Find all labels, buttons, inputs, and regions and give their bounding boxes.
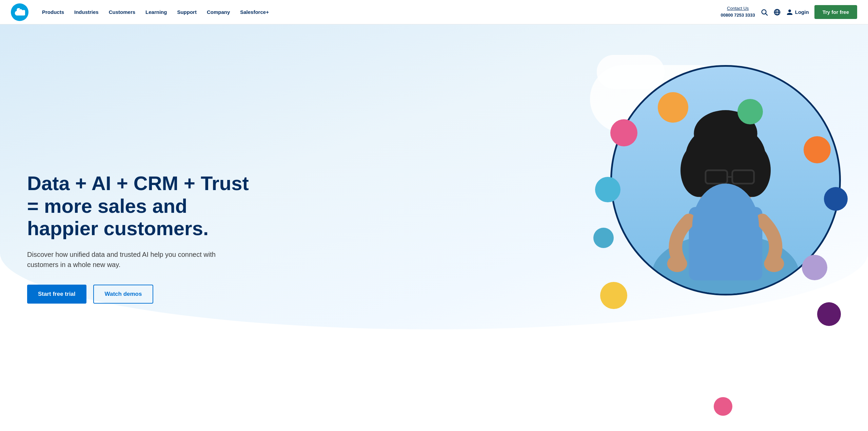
contact-phone: 00800 7253 3333 <box>721 13 755 18</box>
nav-company[interactable]: Company <box>203 7 234 17</box>
start-free-trial-button[interactable]: Start free trial <box>27 285 86 304</box>
nav-contact: Contact Us 00800 7253 3333 <box>721 6 755 19</box>
contact-us-link[interactable]: Contact Us <box>721 6 755 12</box>
search-icon[interactable] <box>761 8 768 16</box>
login-button[interactable]: Login <box>786 9 809 16</box>
nav-learning[interactable]: Learning <box>141 7 171 17</box>
globe-icon[interactable] <box>773 8 781 16</box>
hero-headline: Data + AI + CRM + Trust = more sales and… <box>27 172 258 240</box>
nav-links: Products Industries Customers Learning S… <box>38 7 721 17</box>
nav-products[interactable]: Products <box>38 7 68 17</box>
nav-customers[interactable]: Customers <box>105 7 139 17</box>
nav-salesforceplus[interactable]: Salesforce+ <box>236 7 273 17</box>
hero-subtext: Discover how unified data and trusted AI… <box>27 249 217 270</box>
nav-right: Contact Us 00800 7253 3333 Login Try for… <box>721 5 857 19</box>
watch-demos-button[interactable]: Watch demos <box>93 285 154 304</box>
nav-support[interactable]: Support <box>173 7 201 17</box>
hero-content: Data + AI + CRM + Trust = more sales and… <box>0 24 868 431</box>
hero-buttons: Start free trial Watch demos <box>27 285 258 304</box>
salesforce-logo[interactable] <box>11 3 28 21</box>
nav-industries[interactable]: Industries <box>70 7 103 17</box>
hero-section: Data + AI + CRM + Trust = more sales and… <box>0 24 868 431</box>
svg-line-1 <box>766 14 767 15</box>
try-for-free-button[interactable]: Try for free <box>814 5 857 19</box>
login-label: Login <box>795 9 809 15</box>
navbar: Products Industries Customers Learning S… <box>0 0 868 24</box>
hero-text-block: Data + AI + CRM + Trust = more sales and… <box>27 152 258 304</box>
